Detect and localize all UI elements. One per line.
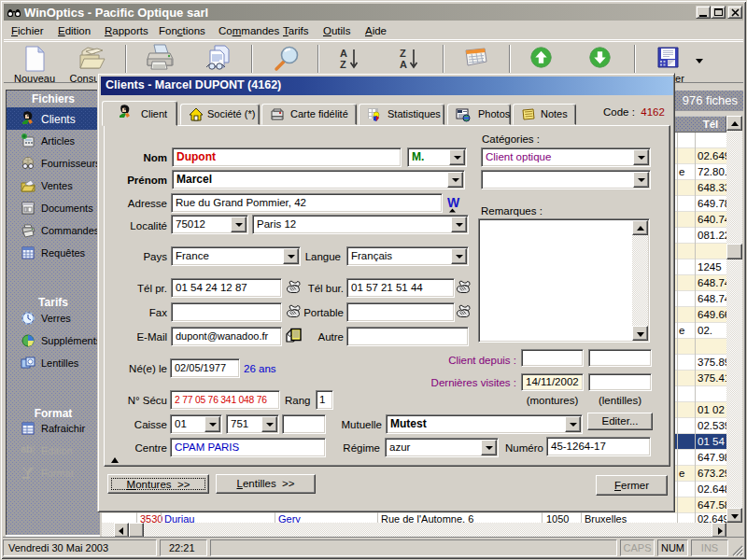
svg-text:Z: Z [400,48,406,59]
svg-text:A: A [400,59,407,70]
svg-text:A: A [340,48,347,59]
svg-text:Z: Z [340,59,346,70]
svg-text:W: W [447,196,460,210]
